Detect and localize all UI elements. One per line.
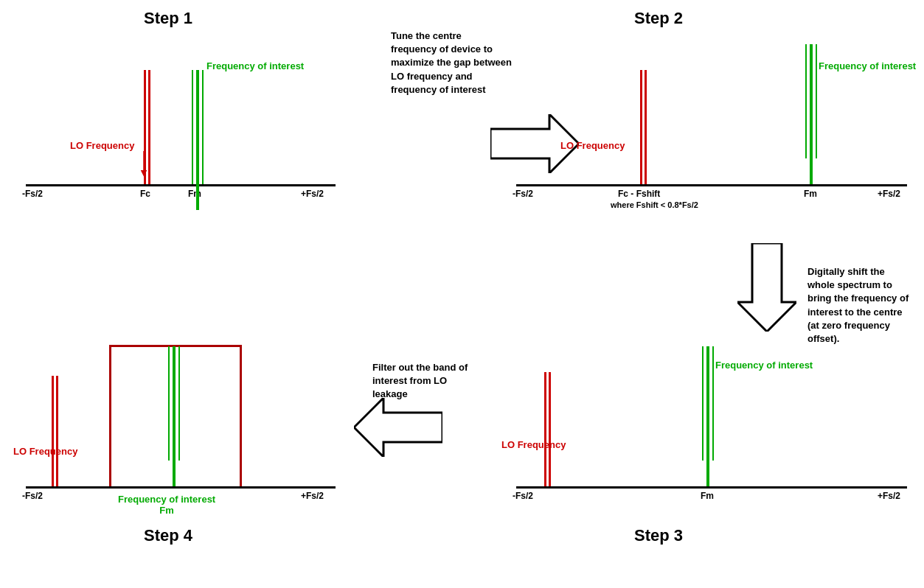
svg-marker-3 [354, 398, 442, 457]
step4-green-spike [168, 346, 180, 486]
step1-fc: Fc [140, 189, 150, 199]
step4-pos-fs2: +Fs/2 [301, 491, 324, 501]
step2-fm: Fm [804, 189, 817, 199]
step1-axis [26, 184, 336, 186]
step3-fm: Fm [701, 491, 714, 501]
step1-neg-fs2: -Fs/2 [22, 189, 43, 199]
step3-neg-fs2: -Fs/2 [513, 491, 533, 501]
step4-neg-fs2: -Fs/2 [22, 491, 43, 501]
left-arrow-3-4 [354, 398, 442, 457]
step2-neg-fs2: -Fs/2 [513, 189, 533, 199]
step2-fc-fshift: Fc - Fshift [618, 189, 660, 199]
step3-axis [516, 486, 907, 489]
step4-lo-label: LO Frequency [13, 446, 77, 457]
step1-freq-label: Frequency of interest [206, 60, 304, 71]
step2-to-3-desc: Digitally shift the whole spectrum to br… [807, 265, 924, 346]
step4-lo-spike [52, 376, 58, 486]
step1-pos-fs2: +Fs/2 [301, 189, 324, 199]
step4-axis [26, 486, 336, 489]
step3-lo-label: LO Frequency [501, 439, 566, 450]
step2-pos-fs2: +Fs/2 [878, 189, 900, 199]
step2-green-spike [805, 44, 817, 184]
step3-lo-spike [544, 372, 551, 486]
step4-freq-label-bottom: Frequency of interest Fm [118, 494, 215, 516]
page-container: Step 1 Step 2 Step 3 Step 4 -Fs/2 +Fs/2 … [0, 0, 924, 588]
step3-green-spike [702, 346, 714, 486]
step2-lo-spike [640, 70, 647, 184]
step3-to-4-desc: Filter out the band of interest from LO … [372, 361, 501, 402]
step1-to-2-desc: Tune the centre frequency of device to m… [391, 29, 538, 97]
step2-axis [516, 184, 907, 186]
step3-freq-label: Frequency of interest [715, 360, 813, 371]
step2-title: Step 2 [634, 9, 683, 28]
down-arrow-2-3 [737, 243, 796, 332]
step4-title: Step 4 [144, 526, 192, 545]
step1-green-spike [192, 70, 204, 210]
step3-title: Step 3 [634, 526, 683, 545]
step3-pos-fs2: +Fs/2 [878, 491, 900, 501]
step1-lo-arrow [74, 147, 147, 177]
step2-fshift-note: where Fshift < 0.8*Fs/2 [611, 200, 698, 209]
svg-marker-2 [737, 243, 796, 332]
step2-freq-label: Frequency of interest [819, 60, 916, 71]
step2-lo-label: LO Frequency [560, 140, 625, 151]
step1-title: Step 1 [144, 9, 192, 28]
